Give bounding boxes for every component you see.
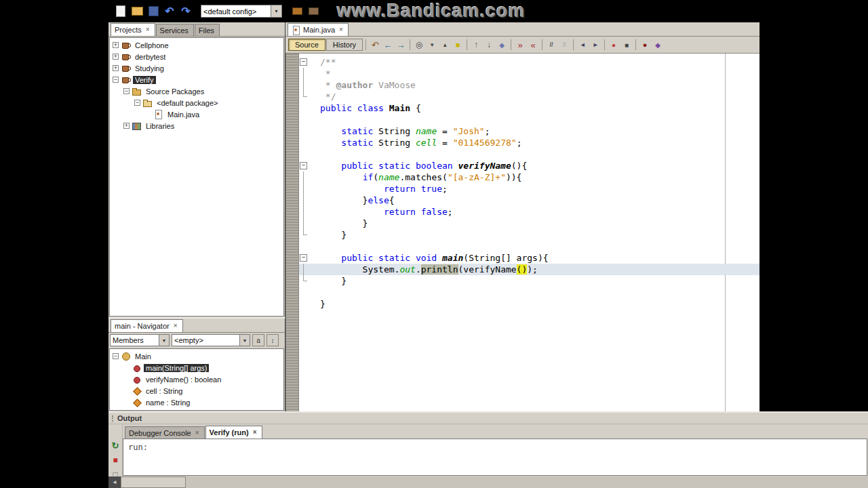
tree-item-cell-string[interactable]: cell : String	[110, 385, 283, 396]
collapse-handle-icon[interactable]: −	[134, 100, 140, 106]
filter-combobox[interactable]: <empty>	[172, 334, 250, 346]
output-tab-debugger-console[interactable]: Debugger Console×	[125, 426, 205, 439]
tree-item-studying[interactable]: +Studying	[110, 62, 283, 74]
collapse-handle-icon[interactable]: −	[113, 353, 119, 359]
new-file-icon[interactable]	[113, 3, 129, 20]
code-line[interactable]: }	[299, 298, 760, 310]
close-icon[interactable]: ×	[146, 26, 150, 33]
tree-item-default-package[interactable]: −<default package>	[110, 97, 283, 108]
code-line[interactable]: */	[299, 91, 760, 102]
chevron-down-icon[interactable]	[159, 335, 169, 346]
config-combobox[interactable]: <default config>	[201, 5, 282, 18]
clean-build-icon[interactable]	[305, 3, 321, 20]
code-editor[interactable]: /** * * @author VaMoose */public class M…	[299, 54, 760, 411]
code-line[interactable]: public class Main {	[299, 102, 760, 114]
code-line[interactable]	[299, 148, 760, 160]
toggle-bookmark-icon[interactable]	[496, 39, 508, 51]
save-all-icon[interactable]	[145, 3, 161, 20]
code-line[interactable]: * @author VaMoose	[299, 79, 760, 91]
stop-icon[interactable]	[110, 455, 121, 465]
macro-record-icon[interactable]	[608, 39, 620, 51]
redo-icon[interactable]	[178, 3, 194, 20]
glyph-gutter[interactable]	[286, 54, 299, 411]
profile-point-icon[interactable]	[652, 39, 664, 51]
shift-left-icon[interactable]	[576, 39, 589, 51]
uncomment-icon[interactable]	[558, 39, 570, 51]
expand-handle-icon[interactable]: +	[123, 123, 130, 129]
tree-item-libraries[interactable]: +Libraries	[110, 120, 283, 131]
output-console[interactable]: run:	[123, 439, 867, 476]
find-previous-icon[interactable]	[439, 39, 451, 51]
projects-tab-services[interactable]: Services	[156, 24, 194, 36]
collapse-handle-icon[interactable]: −	[113, 77, 119, 83]
forward-icon[interactable]	[395, 39, 407, 51]
history-view-button[interactable]: History	[326, 39, 363, 51]
code-line[interactable]	[299, 287, 760, 298]
tree-item-main-java[interactable]: Main.java	[110, 108, 283, 120]
toggle-highlight-icon[interactable]	[452, 39, 464, 51]
clear-icon[interactable]	[110, 470, 121, 476]
panel-grip[interactable]	[112, 415, 114, 422]
fold-toggle-icon[interactable]	[299, 56, 308, 68]
close-icon[interactable]: ×	[174, 323, 178, 329]
tree-item-name-string[interactable]: name : String	[110, 396, 283, 408]
shift-right-icon[interactable]	[589, 39, 601, 51]
tree-item-verify[interactable]: −Verify	[110, 74, 283, 85]
code-line[interactable]: }	[299, 229, 760, 241]
code-line[interactable]: static String cell = "0114569278";	[299, 137, 760, 148]
comment-icon[interactable]	[545, 39, 557, 51]
code-line[interactable]: System.out.println(verifyName());	[299, 264, 760, 275]
code-line[interactable]: return true;	[299, 183, 760, 195]
macro-stop-icon[interactable]	[620, 39, 633, 51]
sort-alpha-button[interactable]: a	[252, 334, 264, 346]
code-line[interactable]: }else{	[299, 195, 760, 206]
tree-item-main-string-args[interactable]: main(String[] args)	[110, 362, 283, 373]
code-line[interactable]: public static void main(String[] args){	[299, 252, 760, 264]
code-line[interactable]: return false;	[299, 206, 760, 218]
code-line[interactable]	[299, 114, 760, 125]
tree-item-derbytest[interactable]: +derbytest	[110, 51, 283, 62]
source-view-button[interactable]: Source	[288, 39, 326, 51]
build-project-icon[interactable]	[289, 3, 305, 20]
code-line[interactable]: static String name = "Josh";	[299, 125, 760, 137]
back-icon[interactable]	[382, 39, 394, 51]
next-bookmark-icon[interactable]	[483, 39, 495, 51]
sort-position-button[interactable]: ↕	[267, 334, 279, 346]
close-icon[interactable]: ×	[195, 430, 199, 436]
code-line[interactable]: /**	[299, 56, 760, 68]
horizontal-scrollbar[interactable]	[108, 476, 868, 488]
code-line[interactable]: *	[299, 68, 760, 79]
find-next-icon[interactable]	[426, 39, 438, 51]
code-line[interactable]: public static boolean verifyName(){	[299, 160, 760, 171]
close-icon[interactable]: ×	[339, 26, 343, 33]
close-icon[interactable]: ×	[253, 429, 257, 436]
scroll-left-button[interactable]	[108, 476, 121, 488]
output-tab-verify-run[interactable]: Verify (run)×	[205, 426, 262, 439]
navigator-tab-main-navigator[interactable]: main - Navigator ×	[111, 319, 183, 332]
projects-tab-projects[interactable]: Projects×	[111, 23, 155, 36]
expand-handle-icon[interactable]: +	[113, 42, 119, 48]
fold-toggle-icon[interactable]	[299, 252, 308, 264]
expand-handle-icon[interactable]: +	[113, 65, 119, 71]
breakpoint-icon[interactable]	[639, 39, 651, 51]
previous-error-icon[interactable]	[527, 39, 539, 51]
find-selection-icon[interactable]	[413, 39, 425, 51]
previous-bookmark-icon[interactable]	[470, 39, 482, 51]
open-project-icon[interactable]	[129, 3, 145, 20]
fold-toggle-icon[interactable]	[299, 160, 308, 171]
editor-tab-main-java[interactable]: Main.java ×	[288, 23, 349, 36]
tree-item-main[interactable]: −Main	[110, 350, 283, 362]
tree-item-cellphone[interactable]: +Cellphone	[110, 39, 283, 51]
collapse-handle-icon[interactable]: −	[123, 88, 130, 94]
next-error-icon[interactable]	[514, 39, 526, 51]
members-combobox[interactable]: Members	[110, 334, 170, 346]
chevron-down-icon[interactable]	[239, 335, 250, 346]
last-edit-icon[interactable]	[369, 39, 381, 51]
code-line[interactable]: }	[299, 218, 760, 229]
tree-item-source-packages[interactable]: −Source Packages	[110, 85, 283, 97]
code-line[interactable]	[299, 241, 760, 252]
code-line[interactable]: }	[299, 275, 760, 287]
undo-icon[interactable]	[161, 3, 178, 20]
rerun-icon[interactable]	[110, 441, 121, 451]
scrollbar-thumb[interactable]	[121, 476, 186, 488]
